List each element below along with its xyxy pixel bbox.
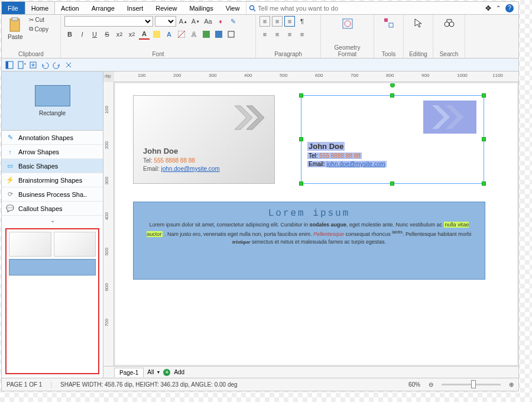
shape-category-3[interactable]: ⚡Brainstorming Shapes (2, 173, 103, 187)
lorem-text-block[interactable]: Lorem ipsum Lorem ipsum dolor sit amet, … (133, 202, 485, 280)
shape-category-1[interactable]: ↑Arrow Shapes (2, 145, 103, 159)
tell-me-box[interactable] (246, 2, 352, 14)
resize-handle-br[interactable] (482, 181, 486, 186)
delete-icon[interactable] (63, 60, 74, 70)
align-right-button[interactable]: ≡ (284, 29, 295, 40)
card2-name[interactable]: John Doe (307, 142, 345, 151)
rotate-handle[interactable] (390, 83, 395, 87)
editing-button[interactable] (410, 16, 427, 30)
svg-rect-4 (153, 31, 160, 38)
clear-format-button[interactable]: ♦ (215, 16, 226, 27)
tab-file[interactable]: File (2, 2, 25, 14)
fill-color-button[interactable] (201, 29, 212, 40)
cut-button[interactable]: ✂Cut (28, 16, 50, 24)
help-icon[interactable]: ? (505, 4, 514, 12)
resize-handle-bm[interactable] (390, 181, 394, 186)
category-icon: ⟳ (5, 190, 15, 199)
card2-tel[interactable]: Tel: 555 8888 88 88 (307, 153, 362, 159)
text-effects-button[interactable]: A (164, 29, 174, 40)
align-bottom-button[interactable]: ≡ (284, 16, 295, 27)
tab-mailings[interactable]: Mailings (183, 2, 219, 14)
page-thumbnails[interactable] (5, 228, 99, 374)
new-page-icon[interactable] (16, 60, 27, 70)
page-tab-1[interactable]: Page-1 (114, 368, 144, 377)
align-center-button[interactable]: ≡ (272, 29, 283, 40)
tell-me-input[interactable] (258, 5, 350, 12)
lorem-body: Lorem ipsum dolor sit amet, consectetur … (142, 221, 476, 247)
undo-icon[interactable] (40, 60, 50, 70)
page-tab-all[interactable]: All (147, 369, 154, 375)
selected-group[interactable]: John Doe Tel: 555 8888 88 88 Email: john… (301, 95, 484, 184)
shape-category-0[interactable]: ✎Annotation Shapes (2, 131, 103, 145)
ribbon: Paste ✂Cut ⧉Copy Clipboard A▲ A▼ Aa ♦ ✎ (2, 15, 518, 59)
font-family-combo[interactable] (64, 16, 153, 27)
resize-handle-ml[interactable] (299, 137, 303, 141)
highlight-button[interactable] (151, 29, 162, 40)
search-button[interactable] (441, 16, 458, 30)
shape-category-4[interactable]: ⟳Business Process Sha.. (2, 187, 103, 202)
copy-button[interactable]: ⧉Copy (28, 25, 50, 33)
resize-handle-tm[interactable] (390, 93, 394, 98)
card2-email[interactable]: Email: john.doe@mysite.com (307, 161, 387, 167)
italic-button[interactable]: I (77, 29, 87, 40)
geometry-format-button[interactable] (339, 16, 356, 31)
change-case-button[interactable]: Aa (203, 16, 213, 27)
shape-category-2[interactable]: ▭Basic Shapes (2, 159, 103, 173)
tab-home[interactable]: Home (25, 2, 55, 14)
justify-button[interactable]: ≡ (297, 29, 307, 40)
text-outline-button[interactable]: A (189, 29, 199, 40)
font-color-button[interactable]: A (139, 29, 150, 40)
align-top-button[interactable]: ≡ (259, 16, 270, 27)
underline-button[interactable]: U (89, 29, 100, 40)
no-fill-button[interactable] (176, 29, 187, 40)
tab-review[interactable]: Review (150, 2, 183, 14)
bold-button[interactable]: B (64, 29, 75, 40)
tab-arrange[interactable]: Arrange (86, 2, 121, 14)
resize-handle-bl[interactable] (299, 181, 303, 186)
superscript-button[interactable]: x2 (126, 29, 137, 40)
group-paragraph-label: Paragraph (259, 51, 317, 58)
category-icon: ↑ (5, 147, 15, 157)
collapse-ribbon-icon[interactable]: ⌃ (496, 5, 501, 11)
shape-category-5[interactable]: 💬Callout Shapes (2, 202, 103, 216)
tools-button[interactable] (381, 16, 397, 30)
format-painter-button[interactable]: ✎ (228, 16, 238, 27)
tab-action[interactable]: Action (55, 2, 86, 14)
tab-insert[interactable]: Insert (121, 2, 150, 14)
align-left-button[interactable]: ≡ (259, 29, 270, 40)
align-middle-button[interactable]: ≡ (272, 16, 283, 27)
panel-toggle-icon[interactable] (4, 60, 15, 70)
resize-handle-tl[interactable] (299, 93, 303, 98)
business-card-left[interactable]: John Doe Tel: 555 8888 88 88 Email: john… (133, 95, 275, 184)
zoom-slider[interactable] (442, 384, 501, 385)
canvas[interactable]: John Doe Tel: 555 8888 88 88 Email: john… (115, 83, 517, 365)
resize-handle-tr[interactable] (482, 93, 486, 98)
zoom-in-icon[interactable]: ⊕ (509, 381, 514, 388)
border-button[interactable] (226, 29, 236, 40)
zoom-out-icon[interactable]: ⊖ (429, 381, 433, 388)
svg-rect-17 (6, 61, 8, 69)
redo-icon[interactable] (51, 60, 62, 70)
tab-view[interactable]: View (220, 2, 246, 14)
paste-button[interactable]: Paste (5, 16, 25, 41)
move-icon[interactable]: ✥ (485, 4, 491, 12)
shrink-font-button[interactable]: A▼ (190, 16, 201, 27)
font-size-combo[interactable] (155, 16, 176, 27)
add-page-icon[interactable]: + (163, 369, 170, 376)
indent-button[interactable]: ¶ (297, 16, 307, 27)
shapes-panel: Rectangle ✎Annotation Shapes↑Arrow Shape… (2, 72, 103, 378)
shape-style-button[interactable] (213, 29, 224, 40)
subscript-button[interactable]: x2 (114, 29, 125, 40)
card1-tel: Tel: 555 8888 88 88 (143, 157, 195, 164)
grow-font-button[interactable]: A▲ (178, 16, 189, 27)
quick-toolbar (2, 59, 518, 72)
category-icon: ▭ (5, 161, 15, 171)
pointer-icon (413, 17, 424, 29)
selected-shape-box[interactable] (423, 100, 476, 134)
category-label: Brainstorming Shapes (18, 177, 82, 184)
resize-handle-mr[interactable] (482, 137, 486, 141)
strike-button[interactable]: S (102, 29, 112, 40)
export-icon[interactable] (28, 60, 38, 70)
expand-icon[interactable]: ⌄ (2, 216, 103, 225)
add-page-label[interactable]: Add (174, 369, 184, 375)
